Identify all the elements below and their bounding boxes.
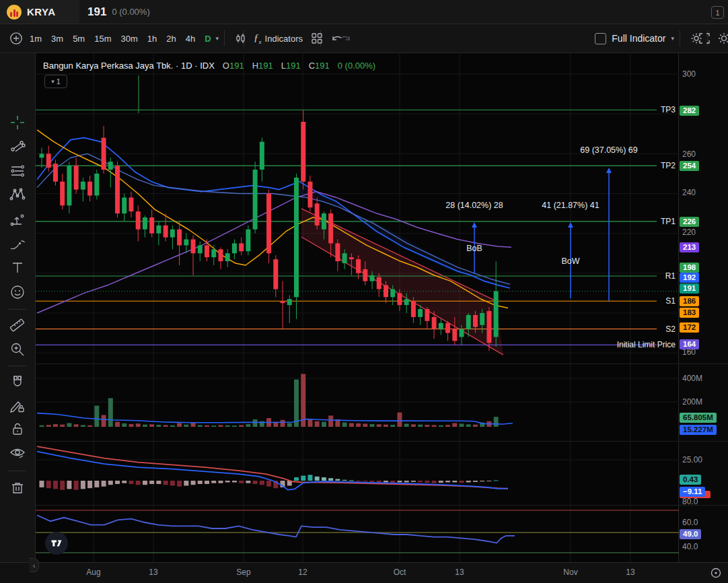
parallel-channel-icon[interactable] (9, 138, 26, 156)
macd-histogram-bar (418, 481, 423, 482)
hide-drawings-eye-icon[interactable] (9, 444, 26, 462)
candle-body (328, 213, 333, 243)
timeframe-5m[interactable]: 5m (68, 34, 89, 44)
candle-body (356, 259, 361, 273)
horizontal-lines-icon[interactable] (9, 162, 26, 180)
ruler-icon[interactable] (9, 316, 26, 333)
timeframe-2h[interactable]: 2h (161, 34, 180, 44)
zoom-in-icon[interactable] (9, 341, 26, 358)
brush-icon[interactable] (9, 236, 26, 253)
pane-divider[interactable] (36, 441, 728, 442)
macd-histogram-bar (377, 481, 381, 482)
indicators-button[interactable]: ƒx Indicators (250, 32, 307, 45)
full-indicator-chevron-icon[interactable]: ▾ (671, 35, 674, 42)
volume-bar (156, 425, 161, 427)
macd-histogram-bar (246, 481, 250, 483)
macd-histogram-bar (260, 481, 264, 485)
macd-histogram-bar (225, 481, 230, 482)
volume-bar (432, 425, 437, 427)
trash-icon[interactable] (9, 479, 26, 497)
candle-body (74, 166, 79, 189)
timeframe-1m[interactable]: 1m (25, 34, 46, 44)
session-clock-icon[interactable] (710, 567, 722, 579)
volume-bar (460, 423, 464, 427)
pane-divider[interactable] (36, 505, 728, 506)
candle-body (287, 299, 292, 305)
timeframe-15m[interactable]: 15m (89, 34, 116, 44)
price-axis[interactable] (678, 53, 728, 583)
fullscreen-icon (698, 32, 711, 45)
magnet-icon[interactable] (9, 374, 26, 391)
volume-bar (225, 425, 230, 427)
macd-histogram-bar (294, 477, 299, 481)
full-indicator-label: Full Indicator (612, 33, 665, 44)
volume-bar (211, 425, 216, 427)
tradingview-logo[interactable] (45, 532, 68, 555)
close-value: 191 (315, 61, 330, 71)
timeframe-3m[interactable]: 3m (46, 34, 68, 44)
tab-count-badge[interactable]: 1 (711, 6, 724, 19)
candle-body (363, 269, 367, 281)
macd-histogram-bar (94, 481, 99, 487)
candle-body (439, 323, 443, 329)
emoji-icon[interactable] (9, 283, 26, 301)
time-axis[interactable] (0, 562, 728, 583)
timeframe-1d-active[interactable]: D (200, 34, 215, 44)
volume-bar (239, 425, 244, 427)
timeframe-1h[interactable]: 1h (143, 34, 161, 44)
price-pane[interactable] (36, 53, 679, 364)
macd-histogram-bar (143, 481, 147, 485)
macd-histogram-bar (149, 481, 154, 484)
candle-body (205, 245, 209, 257)
chart-legend[interactable]: Bangun Karya Perkasa Jaya Tbk. · 1D · ID… (43, 61, 375, 71)
favorites-drawer-handle[interactable]: ‹ (30, 558, 39, 572)
volume-bar (184, 425, 188, 427)
macd-histogram-bar (53, 481, 58, 489)
candle-body (370, 275, 375, 281)
candle-body (232, 243, 237, 253)
candle-body (211, 249, 216, 257)
candle-body (377, 277, 381, 289)
timeframe-4h[interactable]: 4h (181, 34, 200, 44)
volume-bar (81, 425, 85, 427)
full-indicator-toggle[interactable]: Full Indicator ▾ (595, 33, 674, 44)
symbol-block[interactable]: KRYA (0, 0, 79, 24)
macd-histogram-bar (232, 481, 237, 482)
macd-pane[interactable] (36, 441, 679, 505)
pane-divider[interactable] (36, 364, 728, 364)
volume-bar (129, 424, 133, 427)
candle-body (60, 182, 65, 205)
candle-body (108, 162, 113, 170)
candle-body (466, 315, 471, 329)
unlock-icon[interactable] (9, 421, 26, 438)
crosshair-icon[interactable] (9, 114, 26, 131)
candle-body (218, 249, 223, 261)
indicators-collapse-button[interactable]: ▾ 1 (44, 75, 67, 88)
redo-icon (338, 32, 352, 44)
candle-body (384, 285, 388, 298)
candle-body (301, 122, 305, 182)
volume-pane[interactable] (36, 364, 679, 441)
candle-body (322, 213, 326, 230)
candle-body (170, 230, 175, 238)
projection-icon[interactable] (9, 211, 26, 229)
full-indicator-checkbox[interactable] (595, 33, 606, 44)
macd-histogram-bar (335, 479, 340, 481)
timeframe-menu-chevron-icon[interactable]: ▾ (216, 35, 219, 42)
rsi-pane[interactable] (36, 505, 679, 562)
text-tool-icon[interactable] (9, 259, 26, 277)
macd-histogram-bar (170, 481, 175, 485)
macd-histogram-bar (411, 481, 416, 482)
candle-body (53, 164, 58, 182)
volume-bar (397, 413, 402, 427)
edit-lock-icon[interactable] (9, 397, 26, 415)
macd-histogram-bar (102, 481, 106, 487)
macd-histogram-bar (266, 481, 271, 487)
macd-histogram-bar (191, 481, 196, 485)
candle-body (397, 293, 402, 305)
xabcd-pattern-icon[interactable] (9, 186, 26, 203)
timeframe-30m[interactable]: 30m (116, 34, 142, 44)
candle-body (486, 311, 491, 343)
candle-body (156, 226, 161, 234)
measure-arrow-head (606, 168, 612, 173)
